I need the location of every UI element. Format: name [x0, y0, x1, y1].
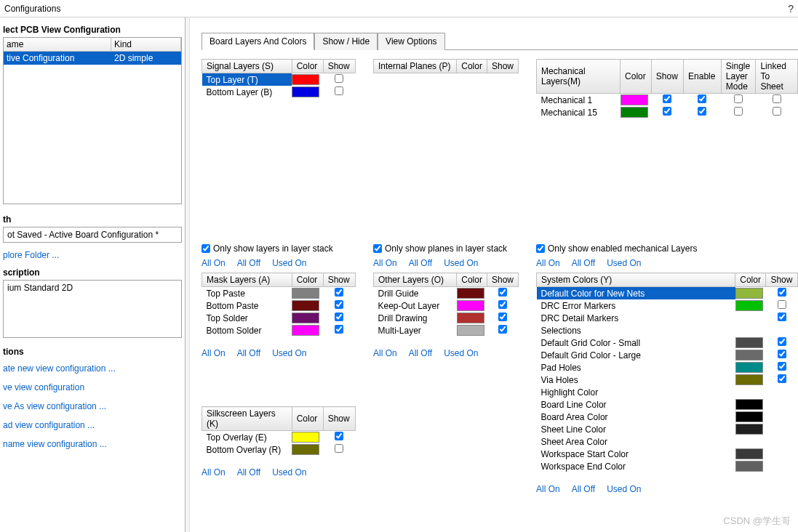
color-swatch[interactable] — [735, 350, 763, 360]
linked-checkbox[interactable] — [773, 94, 781, 103]
show-checkbox[interactable] — [335, 313, 343, 321]
mask-used-on[interactable]: Used On — [272, 348, 306, 358]
table-row[interactable]: Top Solder — [202, 312, 356, 324]
show-checkbox[interactable] — [335, 325, 343, 334]
show-checkbox[interactable] — [778, 350, 786, 358]
color-swatch[interactable] — [735, 411, 763, 422]
table-row[interactable]: Top Overlay (E) — [202, 431, 356, 444]
table-row[interactable]: Default Grid Color - Small — [537, 336, 798, 349]
color-swatch[interactable] — [292, 74, 319, 85]
enable-checkbox[interactable] — [698, 107, 706, 116]
col-header[interactable]: Linked To Sheet — [756, 60, 798, 94]
show-checkbox[interactable] — [778, 362, 786, 371]
table-row[interactable]: Bottom Solder — [202, 324, 356, 336]
table-row[interactable]: Highlight Color — [537, 386, 798, 398]
sys-all-off[interactable]: All Off — [572, 484, 595, 494]
table-row[interactable]: Default Grid Color - Large — [537, 349, 798, 361]
load-config-link[interactable]: ad view configuration ... — [3, 416, 182, 435]
table-row[interactable]: Board Line Color — [537, 398, 798, 411]
other-all-off[interactable]: All Off — [409, 348, 432, 358]
col-header[interactable]: Color — [292, 407, 323, 431]
col-header[interactable]: Show — [323, 407, 355, 431]
enable-checkbox[interactable] — [698, 94, 706, 103]
show-checkbox[interactable] — [335, 300, 343, 309]
show-checkbox[interactable] — [778, 288, 786, 297]
show-checkbox[interactable] — [498, 288, 507, 297]
color-swatch[interactable] — [292, 300, 319, 311]
table-row[interactable]: Sheet Area Color — [537, 435, 798, 448]
table-row[interactable]: DRC Error Markers — [537, 299, 798, 312]
color-swatch[interactable] — [292, 432, 319, 443]
mech-all-on[interactable]: All On — [536, 258, 560, 268]
col-header[interactable]: Show — [487, 60, 518, 73]
signal-all-on[interactable]: All On — [202, 258, 226, 268]
table-row[interactable]: Top Layer (T) — [202, 73, 356, 86]
col-kind-header[interactable]: Kind — [111, 38, 181, 51]
col-header[interactable]: System Colors (Y) — [537, 273, 735, 287]
signal-all-off[interactable]: All Off — [237, 258, 260, 268]
tab-show-hide[interactable]: Show / Hide — [314, 33, 378, 50]
linked-checkbox[interactable] — [773, 107, 781, 116]
table-row[interactable]: Via Holes — [537, 374, 798, 386]
show-checkbox[interactable] — [335, 288, 343, 297]
only-planes-check[interactable]: Only show planes in layer stack — [373, 242, 519, 255]
col-header[interactable]: Show — [487, 273, 518, 287]
col-header[interactable]: Color — [457, 60, 487, 73]
single-checkbox[interactable] — [734, 107, 743, 116]
color-swatch[interactable] — [457, 325, 484, 336]
show-checkbox[interactable] — [778, 374, 786, 383]
color-swatch[interactable] — [457, 313, 484, 323]
col-header[interactable]: Show — [323, 60, 355, 73]
sys-used-on[interactable]: Used On — [607, 484, 641, 494]
table-row[interactable]: Bottom Overlay (R) — [202, 443, 356, 456]
sys-all-on[interactable]: All On — [536, 484, 560, 494]
show-checkbox[interactable] — [498, 300, 507, 309]
table-row[interactable]: Bottom Layer (B) — [202, 86, 356, 98]
save-config-link[interactable]: ve view configuration — [3, 378, 182, 397]
col-header[interactable]: Color — [457, 273, 487, 287]
signal-used-on[interactable]: Used On — [272, 258, 306, 268]
col-header[interactable]: Internal Planes (P) — [374, 60, 457, 73]
color-swatch[interactable] — [292, 444, 319, 455]
col-header[interactable]: Single Layer Mode — [721, 60, 756, 94]
color-swatch[interactable] — [457, 288, 484, 299]
table-row[interactable]: DRC Detail Markers — [537, 312, 798, 324]
mask-all-on[interactable]: All On — [202, 348, 226, 358]
color-swatch[interactable] — [735, 461, 763, 472]
col-header[interactable]: Show — [651, 60, 683, 94]
table-row[interactable]: Bottom Paste — [202, 299, 356, 312]
save-as-config-link[interactable]: ve As view configuration ... — [3, 397, 182, 416]
help-icon[interactable]: ? — [788, 3, 794, 15]
explore-folder-link[interactable]: plore Folder ... — [3, 247, 182, 263]
color-swatch[interactable] — [621, 107, 648, 118]
create-config-link[interactable]: ate new view configuration ... — [3, 359, 182, 378]
color-swatch[interactable] — [735, 424, 763, 435]
planes-used-on[interactable]: Used On — [444, 258, 478, 268]
show-checkbox[interactable] — [663, 94, 671, 103]
planes-all-on[interactable]: All On — [373, 258, 397, 268]
table-row[interactable]: Workspace End Color — [537, 460, 798, 472]
show-checkbox[interactable] — [778, 337, 786, 346]
silk-used-on[interactable]: Used On — [272, 467, 306, 477]
table-row[interactable]: Default Color for New Nets — [537, 287, 798, 300]
show-checkbox[interactable] — [335, 432, 343, 440]
color-swatch[interactable] — [735, 300, 763, 311]
show-checkbox[interactable] — [663, 107, 671, 116]
col-header[interactable]: Show — [323, 273, 355, 287]
color-swatch[interactable] — [735, 337, 763, 348]
col-header[interactable]: Enable — [684, 60, 722, 94]
color-swatch[interactable] — [735, 448, 763, 459]
other-all-on[interactable]: All On — [373, 348, 397, 358]
show-checkbox[interactable] — [778, 313, 786, 321]
config-row[interactable]: tive Configuration 2D simple — [4, 52, 181, 65]
show-checkbox[interactable] — [335, 444, 343, 453]
table-row[interactable]: Drill Drawing — [374, 312, 519, 324]
color-swatch[interactable] — [735, 374, 763, 385]
table-row[interactable]: Mechanical 15 — [537, 106, 798, 118]
mask-all-off[interactable]: All Off — [237, 348, 260, 358]
single-checkbox[interactable] — [734, 94, 743, 103]
show-checkbox[interactable] — [335, 86, 343, 95]
color-swatch[interactable] — [735, 362, 763, 373]
other-used-on[interactable]: Used On — [444, 348, 478, 358]
show-checkbox[interactable] — [778, 300, 786, 309]
